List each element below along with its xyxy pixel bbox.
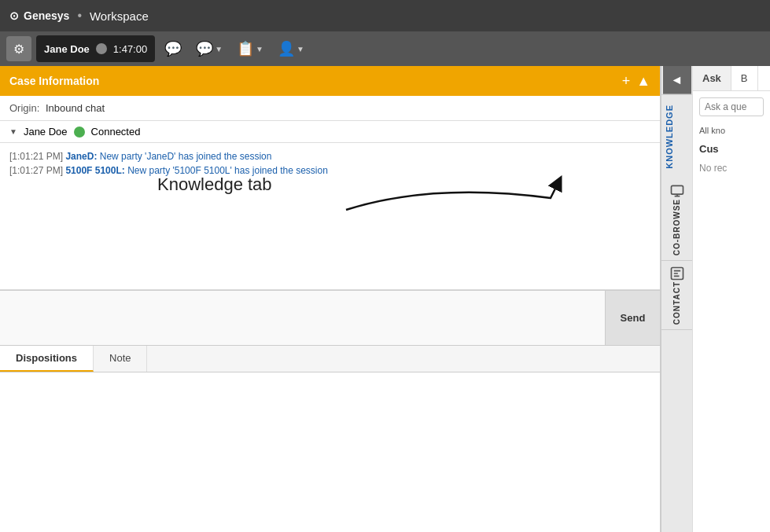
chat-sender-2: 5100F 5100L: bbox=[65, 165, 124, 176]
app-name: Genesys bbox=[24, 9, 69, 22]
agent-row-chevron-icon: ▼ bbox=[9, 127, 17, 136]
workspace-label: Workspace bbox=[90, 9, 149, 23]
gear-button[interactable]: ⚙ bbox=[6, 36, 31, 61]
chevron-down-icon-2: ▼ bbox=[256, 45, 263, 53]
all-knowledge-label: All kno bbox=[693, 123, 770, 138]
sidebar-back-arrow[interactable]: ◄ bbox=[663, 66, 691, 94]
chat-icon-1: 💬 bbox=[164, 40, 182, 57]
chat-text-2: New party '5100F 5100L' has joined the s… bbox=[127, 165, 328, 176]
chevron-down-icon: ▼ bbox=[215, 45, 223, 53]
chat-input[interactable] bbox=[0, 291, 605, 345]
agent-connected-status-dot bbox=[74, 127, 85, 138]
notes-area bbox=[0, 372, 660, 532]
tabs-row: Dispositions Note bbox=[0, 345, 660, 372]
chat-area: [1:01:21 PM] JaneD: New party 'JaneD' ha… bbox=[0, 143, 660, 290]
chat-icon-button-1[interactable]: 💬 bbox=[160, 37, 186, 61]
right-sidebar: ◄ KNOWLEDGE CO-BROWSE CONTACT bbox=[661, 66, 692, 532]
cobrowse-label: CO-BROWSE bbox=[672, 199, 681, 255]
chat-message-2: [1:01:27 PM] 5100F 5100L: New party '510… bbox=[9, 165, 650, 176]
origin-label: Origin: bbox=[9, 102, 39, 114]
clipboard-icon-button[interactable]: 📋 ▼ bbox=[232, 37, 268, 61]
agent-row-name: Jane Doe bbox=[24, 126, 68, 138]
left-panel: Case Information + ▲ Origin: Inbound cha… bbox=[0, 66, 661, 532]
sidebar-tab-knowledge[interactable]: KNOWLEDGE bbox=[661, 94, 692, 178]
far-right-panel: Ask B All kno Cus No rec bbox=[692, 66, 770, 532]
agent-info-bar: Jane Doe 1:47:00 bbox=[36, 35, 155, 62]
origin-value: Inbound chat bbox=[46, 102, 105, 114]
title-separator: • bbox=[77, 9, 82, 23]
chat-icon-2: 💬 bbox=[196, 40, 213, 57]
far-right-tabs: Ask B bbox=[693, 66, 770, 91]
case-info-header: Case Information + ▲ bbox=[0, 66, 660, 96]
send-button[interactable]: Send bbox=[605, 291, 660, 345]
sidebar-tab-cobrowse[interactable]: CO-BROWSE bbox=[661, 178, 692, 261]
cobrowse-icon bbox=[669, 183, 685, 199]
far-right-tab-ask[interactable]: Ask bbox=[693, 66, 731, 90]
title-bar: ⊙ Genesys • Workspace bbox=[0, 0, 770, 31]
input-area: Send bbox=[0, 290, 660, 345]
case-info-title: Case Information bbox=[9, 75, 99, 87]
agent-row-status-label: Connected bbox=[91, 126, 141, 138]
contact-label: CONTACT bbox=[672, 281, 681, 325]
chat-timestamp-2: [1:01:27 PM] bbox=[9, 165, 63, 176]
ask-input[interactable] bbox=[699, 97, 764, 116]
clipboard-icon: 📋 bbox=[237, 40, 254, 57]
case-info-controls: + ▲ bbox=[622, 73, 650, 90]
user-icon-button[interactable]: 👤 ▼ bbox=[273, 37, 309, 61]
agent-row: ▼ Jane Doe Connected bbox=[0, 121, 660, 143]
far-right-tab-b[interactable]: B bbox=[731, 66, 758, 90]
chat-icon-button-2[interactable]: 💬 ▼ bbox=[191, 37, 227, 61]
chat-text-1: New party 'JaneD' has joined the session bbox=[100, 151, 272, 162]
agent-name: Jane Doe bbox=[44, 43, 90, 55]
case-info-add-button[interactable]: + bbox=[622, 73, 631, 90]
main-layout: Case Information + ▲ Origin: Inbound cha… bbox=[0, 66, 770, 532]
chat-timestamp-1: [1:01:21 PM] bbox=[9, 151, 63, 162]
back-arrow-icon: ◄ bbox=[671, 73, 683, 87]
sidebar-tab-contact[interactable]: CONTACT bbox=[661, 261, 692, 330]
toolbar: ⚙ Jane Doe 1:47:00 💬 💬 ▼ 📋 ▼ 👤 ▼ bbox=[0, 31, 770, 66]
chat-sender-1: JaneD: bbox=[65, 151, 97, 162]
user-icon: 👤 bbox=[278, 40, 295, 57]
chat-message-1: [1:01:21 PM] JaneD: New party 'JaneD' ha… bbox=[9, 151, 650, 162]
app-logo: ⊙ Genesys bbox=[9, 9, 69, 22]
case-info-collapse-button[interactable]: ▲ bbox=[636, 73, 650, 90]
tab-note[interactable]: Note bbox=[94, 346, 147, 372]
svg-rect-0 bbox=[671, 185, 683, 194]
agent-status-dot bbox=[96, 43, 107, 54]
logo-icon: ⊙ bbox=[9, 9, 19, 22]
contact-icon bbox=[669, 266, 685, 281]
gear-icon: ⚙ bbox=[13, 42, 24, 57]
case-details: Origin: Inbound chat bbox=[0, 96, 660, 121]
tab-dispositions[interactable]: Dispositions bbox=[0, 346, 94, 372]
agent-timer: 1:47:00 bbox=[113, 43, 147, 55]
far-right-no-records: No rec bbox=[693, 160, 770, 177]
chevron-down-icon-3: ▼ bbox=[297, 45, 304, 53]
far-right-section-title: Cus bbox=[693, 138, 770, 160]
